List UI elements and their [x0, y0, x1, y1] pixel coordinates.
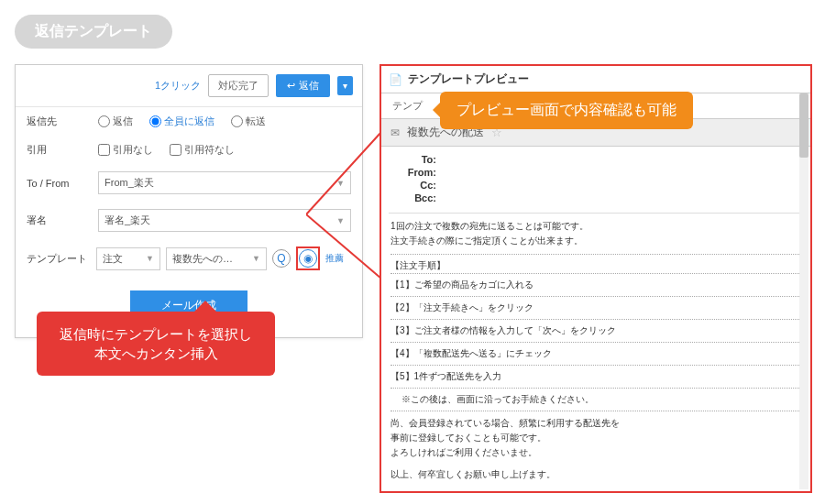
one-click-link[interactable]: 1クリック — [155, 79, 201, 93]
connector-line — [306, 214, 383, 216]
preview-title: テンプレートプレビュー — [408, 71, 529, 87]
body-intro2: 注文手続きの際にご指定頂くことが出来ます。 — [390, 234, 801, 248]
field-bcc-label: Bcc: — [390, 192, 436, 203]
body-step-1: 【1】ご希望の商品をカゴに入れる — [390, 273, 801, 296]
mail-icon: ✉ — [390, 126, 400, 139]
preview-template-prefix: テンプ — [392, 100, 423, 111]
scrollbar-thumb[interactable] — [799, 93, 808, 158]
quote-label: 引用 — [27, 143, 91, 157]
tpl-search-button[interactable]: Q — [272, 249, 291, 268]
tpl-name-value: 複数先への… — [172, 252, 233, 266]
search-icon: Q — [277, 252, 285, 265]
body-intro1: 1回の注文で複数の宛先に送ることは可能です。 — [390, 219, 801, 234]
reply-button-label: 返信 — [299, 79, 319, 93]
tpl-category-select[interactable]: 注文 ▼ — [96, 247, 160, 270]
reply-dropdown-button[interactable]: ▾ — [337, 76, 353, 95]
done-button[interactable]: 対応完了 — [208, 74, 269, 97]
panel-toolbar: 1クリック 対応完了 ↩ 返信 ▾ — [16, 65, 362, 107]
body-para1c: よろしければご利用くださいませ。 — [390, 445, 801, 460]
body-para2: 以上、何卒宜しくお願い申し上げます。 — [390, 467, 801, 482]
body-note: ※この後は、画面に沿ってお手続きください。 — [390, 388, 801, 411]
field-to-label: To: — [390, 154, 436, 165]
tofrom-label: To / From — [27, 178, 91, 189]
check-no-mark[interactable]: 引用符なし — [170, 143, 235, 157]
field-cc-label: Cc: — [390, 180, 436, 191]
annotation-orange: プレビュー画面で内容確認も可能 — [440, 92, 693, 129]
tofrom-value: From_楽天 — [104, 176, 154, 190]
document-icon: 📄 — [389, 73, 402, 86]
tpl-name-select[interactable]: 複数先への… ▼ — [166, 247, 267, 270]
preview-header-fields: To: From: Cc: Bcc: — [381, 147, 810, 213]
body-step-4: 【4】「複数配送先へ送る」にチェック — [390, 342, 801, 365]
reply-arrow-icon: ↩ — [287, 80, 295, 92]
body-para1b: 事前に登録しておくことも可能です。 — [390, 431, 801, 445]
chevron-down-icon: ▼ — [252, 254, 260, 263]
radio-reply-all[interactable]: 全員に返信 — [149, 115, 214, 128]
page-title-pill: 返信テンプレート — [15, 15, 172, 49]
body-step-5: 【5】1件ずつ配送先を入力 — [390, 365, 801, 388]
sig-label: 署名 — [27, 214, 91, 227]
radio-forward[interactable]: 転送 — [231, 115, 266, 128]
body-para1a: 尚、会員登録されている場合、頻繁に利用する配送先を — [390, 416, 801, 431]
check-no-quote[interactable]: 引用なし — [98, 143, 153, 157]
field-from-label: From: — [390, 167, 436, 178]
tpl-category-value: 注文 — [103, 252, 123, 266]
reply-button[interactable]: ↩ 返信 — [276, 74, 330, 97]
tpl-label: テンプレート — [27, 252, 91, 266]
svg-line-0 — [306, 132, 381, 214]
body-step-2: 【2】「注文手続きへ」をクリック — [390, 296, 801, 319]
body-steps-header: 【注文手順】 — [390, 254, 801, 273]
preview-body[interactable]: 1回の注文で複数の宛先に送ることは可能です。 注文手続きの際にご指定頂くことが出… — [389, 213, 803, 493]
preview-header: 📄 テンプレートプレビュー — [381, 66, 810, 93]
annotation-red: 返信時にテンプレートを選択し 本文へカンタン挿入 — [37, 312, 275, 376]
sig-value: 署名_楽天 — [104, 214, 150, 227]
svg-line-1 — [306, 214, 381, 279]
chevron-down-icon: ▼ — [146, 254, 154, 263]
annotation-red-line2: 本文へカンタン挿入 — [44, 344, 268, 363]
body-step-3: 【3】ご注文者様の情報を入力して「次へ」をクリック — [390, 319, 801, 342]
dest-label: 返信先 — [27, 115, 91, 128]
annotation-red-line1: 返信時にテンプレートを選択し — [44, 324, 268, 344]
chevron-down-icon: ▾ — [343, 81, 347, 91]
radio-reply[interactable]: 返信 — [98, 115, 133, 128]
preview-scrollbar[interactable] — [799, 93, 808, 489]
